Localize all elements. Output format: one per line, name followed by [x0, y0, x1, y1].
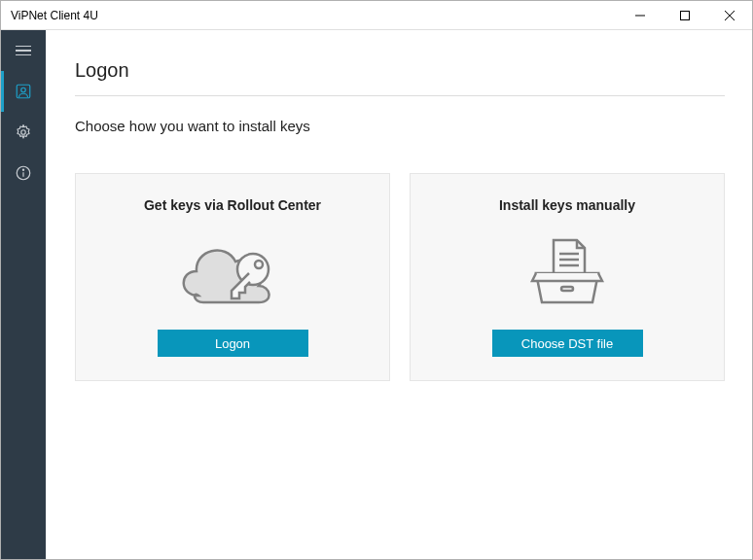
login-icon — [15, 83, 32, 100]
card-manual-install: Install keys manually Choose DST file — [410, 173, 725, 381]
menu-toggle-button[interactable] — [1, 30, 46, 71]
close-button[interactable] — [707, 1, 752, 29]
window-controls — [618, 1, 752, 29]
minimize-button[interactable] — [618, 1, 663, 29]
page-subtitle: Choose how you want to install keys — [75, 118, 725, 134]
window-title: ViPNet Client 4U — [11, 9, 98, 22]
cloud-key-icon — [169, 232, 296, 310]
logon-button[interactable]: Logon — [158, 330, 308, 357]
hamburger-icon — [16, 46, 31, 56]
card-title: Get keys via Rollout Center — [144, 197, 321, 213]
sidebar-item-logon[interactable] — [1, 71, 46, 112]
sidebar — [1, 30, 46, 559]
gear-icon — [15, 123, 32, 141]
maximize-icon — [680, 11, 690, 20]
page-title: Logon — [75, 59, 725, 96]
sidebar-item-settings[interactable] — [1, 112, 46, 153]
maximize-button[interactable] — [663, 1, 707, 29]
option-cards: Get keys via Rollout Center Logon Instal… — [75, 173, 725, 381]
close-icon — [725, 11, 735, 20]
info-icon — [15, 164, 32, 182]
card-title: Install keys manually — [499, 197, 635, 213]
minimize-icon — [635, 11, 645, 20]
svg-rect-1 — [681, 11, 690, 19]
titlebar: ViPNet Client 4U — [1, 1, 752, 30]
card-rollout-center: Get keys via Rollout Center Logon — [75, 173, 390, 381]
file-box-icon — [519, 232, 616, 310]
svg-point-9 — [22, 169, 23, 170]
svg-point-6 — [21, 130, 26, 135]
svg-point-5 — [21, 88, 26, 92]
content-area: Logon Choose how you want to install key… — [46, 30, 752, 559]
sidebar-item-info[interactable] — [1, 153, 46, 193]
choose-dst-button[interactable]: Choose DST file — [492, 330, 643, 357]
